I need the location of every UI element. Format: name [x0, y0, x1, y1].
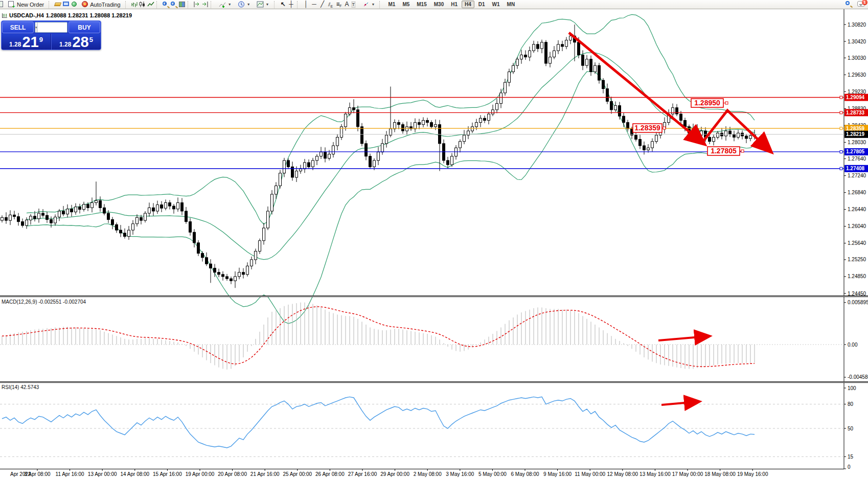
candle-body	[553, 51, 556, 57]
candle-body	[635, 135, 637, 139]
candle-body	[263, 228, 265, 241]
trendline-tool-icon[interactable]: ╱	[319, 1, 326, 8]
timeframe-D1[interactable]: D1	[475, 1, 488, 8]
volume-input[interactable]	[38, 22, 67, 32]
candles	[1, 25, 756, 288]
macd-panel-splitter[interactable]	[0, 295, 868, 297]
sell-button[interactable]: SELL	[2, 21, 34, 33]
price-annotation-label: 1.27805	[711, 147, 737, 155]
fibonacci-tool-icon[interactable]: ≣F	[335, 1, 342, 8]
candle-body	[381, 144, 384, 152]
candle-body	[479, 118, 482, 122]
crosshair-tool-icon[interactable]: ┼	[288, 1, 295, 8]
candle-body	[152, 208, 155, 211]
time-tick-label: 12 May 08:00	[607, 471, 638, 477]
chart-shift-icon[interactable]	[193, 1, 200, 8]
candlestick-chart-icon[interactable]	[139, 1, 146, 8]
templates-button[interactable]: ▼	[254, 1, 272, 9]
candle-body	[398, 123, 400, 125]
timeframe-H1[interactable]: H1	[448, 1, 461, 8]
zoom-out-icon[interactable]: −	[170, 1, 177, 8]
separator	[188, 1, 191, 8]
sell-price-pip: 9	[39, 36, 43, 43]
cursor-tool-icon[interactable]: ↖	[280, 1, 287, 8]
vertical-line-tool-icon[interactable]: │	[303, 1, 310, 8]
autotrading-button[interactable]: AutoTrading	[79, 1, 123, 9]
candle-body	[365, 144, 368, 156]
separator	[297, 1, 301, 8]
indicators-button[interactable]: ▼	[216, 1, 234, 9]
text-tool-icon[interactable]: A	[344, 1, 351, 8]
candle-body	[255, 251, 257, 260]
horizontal-line-tool-icon[interactable]: ─	[311, 1, 318, 8]
bar-chart-icon[interactable]	[131, 1, 138, 8]
rsi-panel-splitter[interactable]	[0, 381, 868, 383]
buy-price[interactable]: 1.28 28 5	[51, 34, 101, 50]
rsi-line	[2, 397, 755, 448]
candle-body	[353, 108, 355, 110]
main-chart-canvas[interactable]: 1.308201.304201.300301.296301.292301.288…	[0, 0, 868, 479]
timeframe-M1[interactable]: M1	[385, 1, 398, 8]
timeframe-M30[interactable]: M30	[431, 1, 447, 8]
zoom-in-icon[interactable]: +	[162, 1, 169, 8]
buy-price-big: 28	[72, 35, 88, 50]
label-tool-icon[interactable]: T	[352, 1, 359, 8]
timeframe-H4[interactable]: H4	[462, 1, 474, 8]
candle-body	[406, 127, 408, 131]
new-order-button[interactable]: + New Order	[6, 1, 47, 9]
timeframe-M5[interactable]: M5	[399, 1, 413, 8]
time-tick-label: 13 Apr 00:00	[88, 471, 117, 477]
time-axis: Apr 20228 Apr 08:0011 Apr 16:0013 Apr 00…	[10, 469, 768, 477]
candle-body	[58, 211, 61, 217]
charts-icon[interactable]	[0, 1, 5, 8]
candle-body	[201, 254, 204, 258]
sell-price-big: 21	[22, 35, 38, 50]
candle-body	[430, 123, 433, 127]
candle-body	[210, 264, 212, 268]
timeframe-MN[interactable]: MN	[504, 1, 518, 8]
signals-icon[interactable]	[71, 1, 78, 8]
timeframe-M15[interactable]: M15	[414, 1, 429, 8]
search-icon[interactable]	[845, 1, 852, 7]
time-tick-label: 9 May 16:00	[543, 471, 572, 477]
timeframe-W1[interactable]: W1	[489, 1, 503, 8]
periods-button[interactable]: ▼	[235, 1, 253, 9]
channel-tool-icon[interactable]: ⫽E	[327, 1, 334, 8]
macd-tick-label: 0.00	[848, 342, 858, 348]
deposit-icon[interactable]	[54, 1, 61, 8]
candle-body	[590, 59, 592, 72]
candle-body	[320, 152, 323, 156]
candle-body	[459, 142, 462, 148]
candle-body	[586, 59, 588, 65]
new-order-icon: +	[8, 1, 15, 8]
price-tick-label: 1.27240	[848, 173, 866, 178]
candle-body	[50, 219, 53, 223]
notification-badge: 1	[862, 0, 867, 5]
line-chart-icon[interactable]	[147, 1, 154, 8]
candle-body	[692, 129, 695, 133]
candle-body	[426, 120, 429, 122]
candle-body	[394, 123, 396, 129]
candle-body	[222, 275, 224, 277]
candle-body	[54, 217, 57, 223]
annotation-anchor	[741, 150, 744, 152]
candle-body	[34, 216, 36, 219]
sell-price[interactable]: 1.28 21 9	[2, 34, 51, 50]
experts-icon[interactable]	[62, 1, 70, 8]
time-tick-label: 25 Apr 00:00	[283, 471, 312, 477]
separator	[156, 1, 160, 8]
autotrading-label: AutoTrading	[90, 2, 121, 8]
candle-body	[324, 152, 327, 158]
notifications-icon[interactable]: 1	[857, 1, 865, 7]
auto-scroll-icon[interactable]	[201, 1, 209, 8]
arrows-tool-button[interactable]: ▼	[360, 1, 378, 9]
buy-button[interactable]: BUY	[68, 21, 100, 33]
tile-windows-icon[interactable]	[178, 1, 186, 8]
candle-body	[602, 80, 605, 89]
bollinger-middle	[27, 53, 755, 260]
candle-body	[369, 156, 372, 167]
candle-body	[1, 217, 4, 220]
candle-body	[435, 125, 437, 127]
time-tick-label: 8 Apr 08:00	[24, 471, 51, 477]
candle-body	[651, 142, 654, 148]
